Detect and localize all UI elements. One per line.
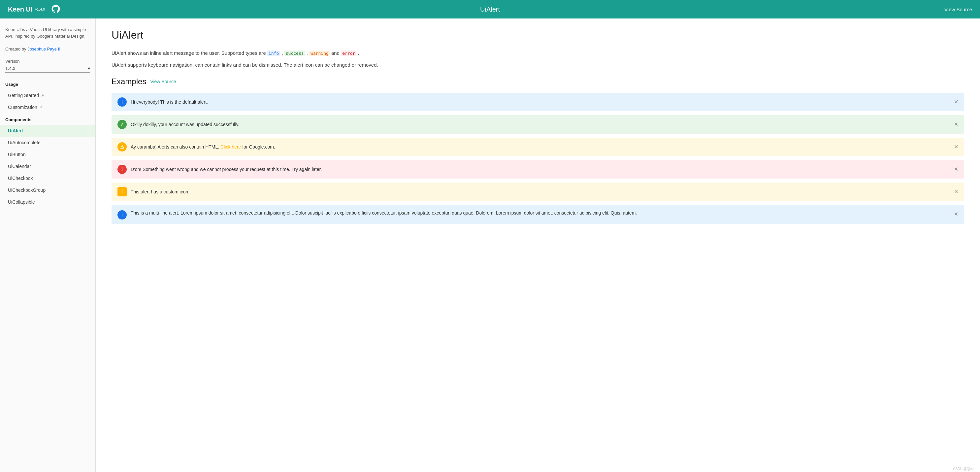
header-page-title: UiAlert (480, 6, 500, 13)
description-1: UiAlert shows an inline alert message to… (111, 49, 964, 57)
alert-multiline-close-button[interactable]: ✕ (954, 210, 958, 218)
alert-success-close-button[interactable]: ✕ (954, 121, 958, 128)
watermark: CSDN @Qiandu (953, 467, 977, 471)
desc1-prefix: UiAlert shows an inline alert message to… (111, 50, 267, 56)
main-content: UiAlert UiAlert shows an inline alert me… (96, 19, 980, 472)
alert-info-close-button[interactable]: ✕ (954, 98, 958, 106)
alert-success-message: Okilly dokilly, your account was updated… (130, 121, 950, 128)
chevron-down-icon: ▾ (88, 66, 90, 71)
sidebar-item-uicollapsible[interactable]: UiCollapsible (0, 196, 95, 208)
alert-warning: ⚠ Ay caramba! Alerts can also contain HT… (111, 138, 964, 156)
alert-success: ✓ Okilly dokilly, your account was updat… (111, 115, 964, 134)
alert-custom-icon: i (118, 187, 127, 196)
alert-warning-link[interactable]: Click here (220, 144, 241, 150)
sidebar-description-text: Keen UI is a Vue.js UI library with a si… (5, 27, 86, 38)
sidebar-item-label: UiAutocomplete (8, 140, 41, 145)
alert-warning-close-button[interactable]: ✕ (954, 143, 958, 151)
sidebar-item-label: UiCheckboxGroup (8, 188, 46, 193)
sidebar-item-label: UiCalendar (8, 164, 31, 169)
logo: Keen UIv1.4.0 (8, 6, 45, 13)
sidebar-item-label: UiCheckbox (8, 175, 33, 181)
main-layout: Keen UI is a Vue.js UI library with a si… (0, 19, 980, 472)
app-header: Keen UIv1.4.0 UiAlert View Source (0, 0, 980, 19)
sidebar: Keen UI is a Vue.js UI library with a si… (0, 19, 96, 472)
sidebar-item-label: UiAlert (8, 128, 23, 133)
description-2: UiAlert supports keyboard navigation, ca… (111, 61, 964, 69)
alert-info-message: Hi everybody! This is the default alert. (130, 99, 950, 105)
code-warning: warning (309, 51, 330, 56)
creator-link[interactable]: Josephus Paye II. (27, 46, 61, 51)
alert-warning-message: Ay caramba! Alerts can also contain HTML… (130, 144, 950, 150)
sidebar-item-label: Getting Started (8, 93, 39, 98)
alert-info: i Hi everybody! This is the default aler… (111, 93, 964, 111)
github-icon[interactable] (51, 5, 60, 14)
desc1-and: and (330, 50, 341, 56)
sidebar-item-customization[interactable]: Customization ↗ (0, 101, 95, 113)
alert-custom-message: This alert has a custom icon. (130, 188, 950, 195)
alert-error: ! D'oh! Something went wrong and we cann… (111, 160, 964, 179)
usage-section-label: Usage (0, 78, 95, 89)
alert-custom-close-button[interactable]: ✕ (954, 188, 958, 196)
alert-custom: i This alert has a custom icon. ✕ (111, 183, 964, 201)
sidebar-item-getting-started[interactable]: Getting Started ↗ (0, 89, 95, 101)
version-select[interactable]: 1.4.x ▾ (5, 66, 90, 73)
alert-multiline-info: i This is a multi-line alert. Lorem ipsu… (111, 205, 964, 224)
sidebar-item-uicheckbox[interactable]: UiCheckbox (0, 172, 95, 184)
code-info: info (267, 51, 280, 56)
examples-view-source-button[interactable]: View Source (150, 79, 176, 84)
alert-error-message: D'oh! Something went wrong and we cannot… (130, 166, 950, 173)
desc1-comma1: , (280, 50, 285, 56)
page-title: UiAlert (111, 29, 964, 41)
version-value: 1.4.x (5, 66, 15, 71)
version-label: Version (0, 57, 95, 64)
external-link-icon: ↗ (41, 93, 44, 98)
alert-multiline-message: This is a multi-line alert. Lorem ipsum … (130, 210, 950, 217)
desc1-comma2: , (305, 50, 310, 56)
sidebar-item-uibutton[interactable]: UiButton (0, 148, 95, 160)
sidebar-item-uiautocomplete[interactable]: UiAutocomplete (0, 137, 95, 148)
sidebar-description: Keen UI is a Vue.js UI library with a si… (0, 24, 95, 57)
alert-error-icon: ! (118, 165, 127, 174)
external-link-icon: ↗ (39, 105, 42, 110)
logo-text: Keen UI (8, 6, 32, 13)
logo-version: v1.4.0 (35, 7, 45, 11)
alert-warning-icon: ⚠ (118, 142, 127, 151)
header-view-source-button[interactable]: View Source (944, 6, 972, 12)
sidebar-item-label: UiButton (8, 152, 26, 157)
code-success: success (285, 51, 305, 56)
examples-title: Examples (111, 77, 146, 86)
alert-error-close-button[interactable]: ✕ (954, 165, 958, 173)
code-error: error (341, 51, 356, 56)
alert-multiline-icon: i (118, 210, 127, 220)
alert-info-icon: i (118, 97, 127, 107)
components-section-label: Components (0, 113, 95, 125)
alert-success-icon: ✓ (118, 120, 127, 129)
sidebar-item-uialert[interactable]: UiAlert (0, 125, 95, 137)
sidebar-item-label: UiCollapsible (8, 199, 35, 205)
sidebar-item-uicheckboxgroup[interactable]: UiCheckboxGroup (0, 184, 95, 196)
examples-header: Examples View Source (111, 77, 964, 86)
sidebar-item-label: Customization (8, 105, 37, 110)
desc1-period: . (356, 50, 359, 56)
sidebar-item-uicalendar[interactable]: UiCalendar (0, 160, 95, 172)
created-by-prefix: Created by (5, 46, 27, 51)
